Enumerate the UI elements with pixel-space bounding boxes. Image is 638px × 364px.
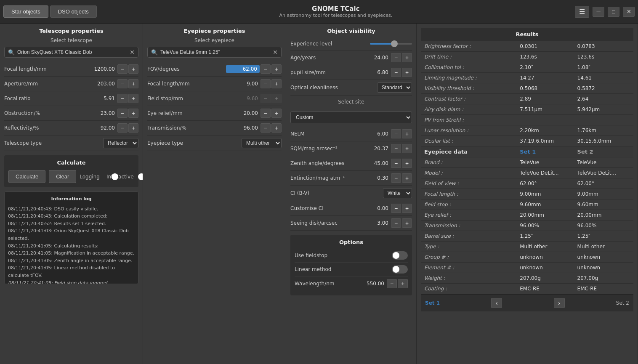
- maximize-button[interactable]: □: [608, 7, 619, 17]
- log-line-2: 08/11/21,20:40:52: Results set 1 selecte…: [8, 220, 135, 228]
- focal-ratio-plus[interactable]: +: [128, 94, 138, 103]
- eyepiece-clear-icon[interactable]: ✕: [273, 49, 278, 56]
- zenith-plus[interactable]: +: [402, 159, 412, 168]
- telescope-search-input[interactable]: [17, 49, 127, 55]
- linear-method-toggle[interactable]: [392, 265, 408, 274]
- eyepiece-search-input[interactable]: [160, 49, 270, 55]
- sqm-minus[interactable]: −: [391, 144, 401, 153]
- results-next-button[interactable]: ›: [554, 298, 565, 308]
- focal-length-row: Focal length/mm 1200.00 − +: [4, 62, 138, 77]
- seeing-plus[interactable]: +: [402, 218, 412, 228]
- obstruction-plus[interactable]: +: [128, 109, 138, 118]
- focal-length-plus[interactable]: +: [128, 64, 138, 74]
- eyepiece-sub-title: Select eyepiece: [147, 37, 282, 43]
- aperture-minus[interactable]: −: [117, 79, 128, 88]
- eye-relief-plus[interactable]: +: [271, 109, 282, 118]
- fov-degrees-plus[interactable]: +: [271, 64, 282, 74]
- fov-degrees-row: FOV/degrees 62.00 − +: [147, 62, 282, 77]
- transmission-minus[interactable]: −: [261, 123, 271, 133]
- seeing-minus[interactable]: −: [391, 218, 401, 228]
- clear-button[interactable]: Clear: [49, 170, 76, 183]
- transmission-plus[interactable]: +: [271, 123, 282, 133]
- reflectivity-plus[interactable]: +: [128, 123, 138, 133]
- obstruction-minus[interactable]: −: [117, 109, 128, 118]
- footer-set1-label: Set 1: [425, 300, 440, 306]
- results-table: Brightness factor :0.03010.0783Drift tim…: [421, 41, 633, 294]
- pupil-size-plus[interactable]: +: [402, 68, 412, 77]
- eye-relief-minus[interactable]: −: [261, 109, 271, 118]
- nelm-minus[interactable]: −: [391, 129, 401, 138]
- table-row: Eye relief :20.00mm20.00mm: [421, 210, 633, 221]
- extinction-plus[interactable]: +: [402, 173, 412, 183]
- focal-ratio-minus[interactable]: −: [117, 94, 128, 103]
- customise-ci-plus[interactable]: +: [402, 204, 412, 213]
- menu-icon[interactable]: ☰: [575, 6, 589, 18]
- wavelength-minus[interactable]: −: [387, 279, 397, 288]
- tab-star-objects[interactable]: Star objects: [3, 5, 48, 18]
- telescope-type-select[interactable]: Reflector Refractor SCT: [103, 138, 138, 148]
- use-fieldstop-label: Use fieldstop: [295, 252, 392, 258]
- options-title: Options: [295, 239, 408, 245]
- age-value: 24.00: [356, 55, 390, 61]
- eyepiece-section-title: Eyepiece properties: [147, 28, 282, 34]
- table-row: Eyepiece dataSet 1Set 2: [421, 146, 633, 157]
- table-row: Ocular list :37,19,6.0mm30,15,6.0mm: [421, 136, 633, 146]
- customise-ci-row: Customise CI 0.00 − +: [290, 201, 412, 216]
- eye-relief-label: Eye relief/mm: [147, 110, 226, 116]
- log-line-1: 08/11/21,20:40:43: Calculation completed…: [8, 213, 135, 220]
- calculate-button[interactable]: Calculate: [8, 170, 45, 183]
- obstruction-label: Obstruction/%: [4, 110, 83, 116]
- customise-ci-minus[interactable]: −: [391, 204, 401, 213]
- nelm-plus[interactable]: +: [402, 129, 412, 138]
- reflectivity-minus[interactable]: −: [117, 123, 128, 133]
- reflectivity-row: Reflectivity/% 92.00 − +: [4, 121, 138, 136]
- minimize-button[interactable]: ─: [593, 7, 604, 17]
- wavelength-plus[interactable]: +: [398, 279, 408, 288]
- log-line-7: 08/11/21,20:41:05: Linear method disable…: [8, 264, 135, 279]
- close-button[interactable]: ✕: [623, 7, 635, 17]
- ep-focal-length-minus[interactable]: −: [261, 79, 271, 88]
- telescope-type-label: Telescope type: [4, 140, 103, 146]
- use-fieldstop-toggle[interactable]: [392, 251, 408, 260]
- wavelength-label: Wavelength/nm: [295, 281, 352, 287]
- log-line-4: 08/11/21,20:41:05: Calculating results:: [8, 242, 135, 250]
- ep-focal-length-plus[interactable]: +: [271, 79, 282, 88]
- eyepiece-type-select[interactable]: Multi other Plössl Wide angle: [242, 138, 282, 148]
- focal-length-label: Focal length/mm: [4, 66, 83, 72]
- tab-dso-objects[interactable]: DSO objects: [50, 5, 97, 18]
- site-select[interactable]: Custom Urban Suburban Rural Remote: [290, 112, 412, 123]
- eye-relief-row: Eye relief/mm 20.00 − +: [147, 106, 282, 121]
- aperture-plus[interactable]: +: [128, 79, 138, 88]
- optical-cleanliness-select[interactable]: Standard Clean Dirty: [377, 82, 412, 93]
- eyepiece-type-row: Eyepiece type Multi other Plössl Wide an…: [147, 136, 282, 151]
- zenith-value: 45.00: [356, 160, 390, 166]
- focal-length-minus[interactable]: −: [117, 64, 128, 74]
- transmission-value: 96.00: [226, 125, 260, 131]
- fov-degrees-minus[interactable]: −: [261, 64, 271, 74]
- pupil-size-minus[interactable]: −: [391, 68, 401, 77]
- sqm-label: SQM/mag arcsec⁻²: [290, 146, 356, 151]
- eyepiece-search-icon: 🔍: [151, 49, 158, 56]
- table-row: Collimation tol :2.10″1.08″: [421, 62, 633, 73]
- visibility-section-title: Object visibility: [290, 28, 412, 34]
- sqm-plus[interactable]: +: [402, 144, 412, 153]
- zenith-label: Zenith angle/degrees: [290, 160, 356, 166]
- transmission-row: Transmission/% 96.00 − +: [147, 121, 282, 136]
- age-label: Age/years: [290, 55, 356, 61]
- focal-ratio-label: Focal ratio: [4, 96, 83, 101]
- zenith-minus[interactable]: −: [391, 159, 401, 168]
- age-plus[interactable]: +: [402, 53, 412, 62]
- seeing-value: 3.00: [356, 220, 390, 226]
- telescope-clear-icon[interactable]: ✕: [130, 49, 135, 56]
- results-prev-button[interactable]: ‹: [491, 298, 502, 308]
- ci-select[interactable]: White Blue Red Yellow: [383, 188, 412, 198]
- table-row: Weight :207.00g207.00g: [421, 273, 633, 284]
- window-controls: ☰ ─ □ ✕: [575, 6, 635, 18]
- log-line-5: 08/11/21,20:41:05: Magnification in acce…: [8, 250, 135, 257]
- table-row: Focal length :9.00mm9.00mm: [421, 189, 633, 199]
- age-minus[interactable]: −: [391, 53, 401, 62]
- extinction-minus[interactable]: −: [391, 173, 401, 183]
- log-line-6: 08/11/21,20:41:05: Zenith angle in accep…: [8, 257, 135, 265]
- wavelength-value: 550.00: [352, 281, 386, 287]
- experience-level-slider[interactable]: [370, 43, 412, 45]
